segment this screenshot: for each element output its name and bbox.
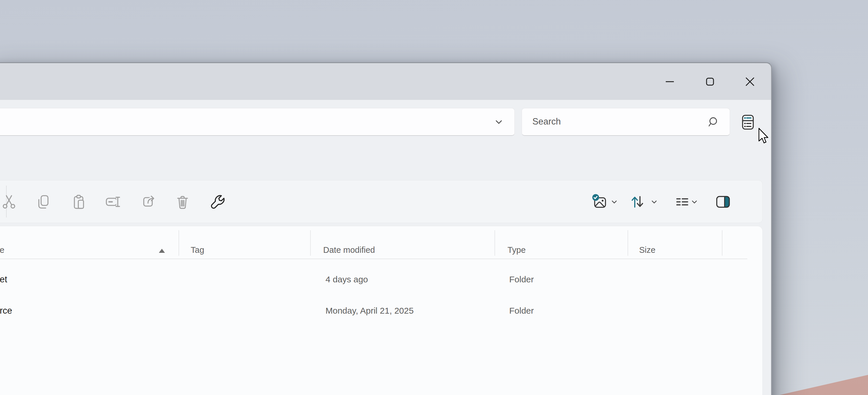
minimize-button[interactable] <box>656 68 684 95</box>
file-list-panel: e Tag Date modified Type Size et 4 days … <box>0 226 763 395</box>
column-header-size[interactable]: Size <box>639 245 655 255</box>
chevron-down-icon <box>691 199 698 205</box>
file-name: et <box>0 264 7 295</box>
chevron-down-icon <box>651 199 658 205</box>
desktop: { "colors": { "accent_teal": "#1d7386", … <box>0 0 868 395</box>
sort-dropdown[interactable] <box>647 188 662 216</box>
maximize-icon <box>706 77 714 86</box>
layout-dropdown[interactable] <box>687 188 702 216</box>
status-center-icon <box>742 114 754 130</box>
table-row[interactable]: et 4 days ago Folder <box>0 264 747 295</box>
sort-ascending-icon <box>159 249 165 253</box>
copy-icon <box>36 194 51 210</box>
paste-icon <box>71 194 87 210</box>
rename-button[interactable] <box>99 188 126 216</box>
status-center-button[interactable] <box>735 110 761 135</box>
address-bar[interactable] <box>0 108 515 136</box>
column-header-type[interactable]: Type <box>507 245 526 255</box>
paste-button[interactable] <box>65 188 93 216</box>
view-options-dropdown[interactable] <box>607 188 622 216</box>
delete-icon <box>175 194 190 210</box>
chevron-down-icon <box>494 118 504 126</box>
column-divider <box>310 230 311 256</box>
file-type: Folder <box>509 295 534 327</box>
search-placeholder: Search <box>532 108 561 135</box>
share-icon <box>142 194 157 210</box>
column-header-tag[interactable]: Tag <box>191 245 204 255</box>
wrench-button[interactable] <box>204 188 232 216</box>
close-button[interactable] <box>736 68 764 95</box>
delete-button[interactable] <box>169 188 196 216</box>
file-explorer-window: Search <box>0 62 772 395</box>
preview-pane-toggle[interactable] <box>709 188 737 216</box>
window-body: Search <box>0 100 771 395</box>
cut-button[interactable] <box>0 188 23 216</box>
file-date-modified: 4 days ago <box>326 264 368 295</box>
address-dropdown-button[interactable] <box>488 114 510 130</box>
column-divider <box>179 230 179 256</box>
table-row[interactable]: rce Monday, April 21, 2025 Folder <box>0 295 747 327</box>
share-button[interactable] <box>135 188 163 216</box>
wrench-icon <box>210 194 226 210</box>
search-input[interactable]: Search <box>522 108 730 136</box>
mouse-cursor <box>758 128 770 144</box>
file-name: rce <box>0 295 12 327</box>
column-header-date-modified[interactable]: Date modified <box>323 245 375 255</box>
command-toolbar <box>0 180 763 223</box>
column-divider <box>494 230 495 256</box>
preview-pane-icon <box>715 195 731 208</box>
minimize-icon <box>665 77 675 86</box>
titlebar <box>0 63 771 100</box>
file-date-modified: Monday, April 21, 2025 <box>326 295 414 327</box>
column-divider <box>627 230 628 256</box>
rename-icon <box>105 194 120 210</box>
file-type: Folder <box>509 264 534 295</box>
view-options-image-check-icon <box>592 194 608 210</box>
column-header-name[interactable]: e <box>0 245 4 255</box>
copy-button[interactable] <box>30 188 57 216</box>
maximize-button[interactable] <box>696 68 724 95</box>
column-divider <box>722 230 722 256</box>
search-icon <box>707 116 719 128</box>
close-icon <box>745 77 755 87</box>
header-underline <box>0 259 747 259</box>
cut-icon <box>1 194 17 210</box>
chevron-down-icon <box>611 199 618 205</box>
sort-arrows-icon <box>630 194 646 210</box>
